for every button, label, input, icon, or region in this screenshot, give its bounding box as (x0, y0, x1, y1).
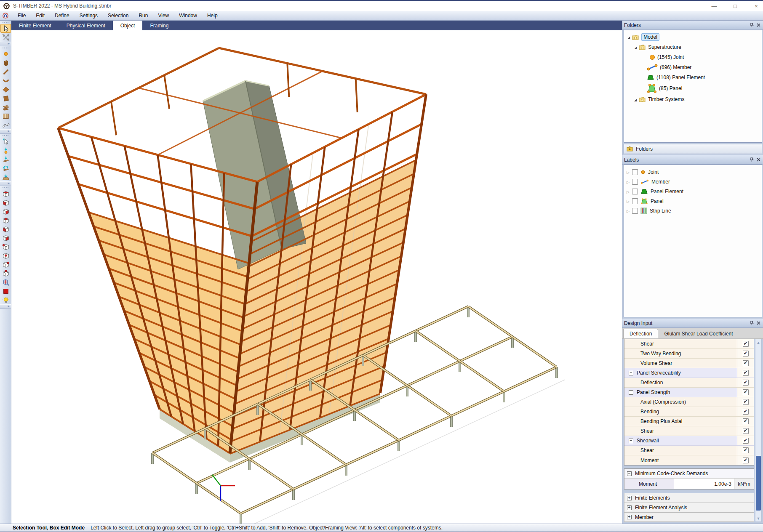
demands-group-row[interactable]: Minimum Code-Check Demands (624, 469, 754, 479)
view-cube-button-5[interactable] (0, 225, 11, 234)
menu-file[interactable]: File (13, 11, 31, 20)
select-by-joint-button[interactable] (0, 242, 11, 251)
tree-item-model[interactable]: Model (625, 32, 762, 42)
assign-panel-button[interactable] (0, 164, 11, 173)
menu-define[interactable]: Define (50, 11, 75, 20)
pin-icon[interactable] (748, 22, 755, 29)
select-tool-button[interactable] (0, 24, 11, 33)
scroll-down-icon[interactable]: ▼ (755, 515, 761, 521)
section-member[interactable]: Member (624, 512, 754, 522)
expand-toggle-icon[interactable] (627, 515, 632, 519)
design-check-row[interactable]: Volume Shear (624, 359, 754, 368)
collapse-toggle-icon[interactable] (629, 371, 633, 375)
select-by-center-button[interactable] (0, 251, 11, 260)
section-finite-element-analysis[interactable]: Finite Element Analysis (624, 503, 754, 512)
expander-icon[interactable] (627, 189, 630, 194)
expand-toggle-icon[interactable] (627, 505, 632, 510)
draw-spline-button[interactable] (0, 120, 11, 129)
expander-icon[interactable] (627, 169, 630, 175)
toolbar-overflow-chevron-icon[interactable] (0, 304, 11, 309)
draw-panel-stack-button[interactable] (0, 103, 11, 112)
draw-panel-button[interactable] (0, 94, 11, 103)
tab-finite-element[interactable]: Finite Element (11, 21, 59, 30)
tab-physical-element[interactable]: Physical Element (59, 21, 113, 30)
menu-edit[interactable]: Edit (31, 11, 50, 20)
panel-checkbox[interactable] (632, 198, 638, 204)
minimize-button[interactable]: — (710, 3, 718, 9)
menu-selection[interactable]: Selection (103, 11, 133, 20)
tree-label-member[interactable]: (696) Member (660, 64, 691, 70)
tree-label-superstructure[interactable]: Superstructure (648, 44, 681, 50)
collapse-toggle-icon[interactable] (627, 471, 632, 476)
toolbar-drag-handle[interactable] (0, 134, 11, 137)
view-cube-button-4[interactable] (0, 216, 11, 225)
scroll-up-icon[interactable]: ▲ (755, 339, 761, 346)
toolbar-drag-handle[interactable] (0, 21, 11, 24)
toolbar-drag-handle[interactable] (0, 186, 11, 189)
tab-framing[interactable]: Framing (142, 21, 176, 30)
expander-icon[interactable] (634, 44, 637, 50)
tree-label-panel[interactable]: (85) Panel (659, 85, 682, 91)
design-scrollbar[interactable]: ▲ ▼ (755, 339, 762, 522)
tree-item-joint[interactable]: (1545) Joint (625, 52, 762, 62)
view-cube-button-3[interactable] (0, 207, 11, 216)
design-check-checkbox[interactable] (743, 418, 749, 424)
tree-label-timber-systems[interactable]: Timber Systems (648, 96, 684, 102)
view-cube-button-2[interactable] (0, 198, 11, 207)
labels-item-joint[interactable]: Joint (624, 167, 762, 177)
tree-label-joint[interactable]: (1545) Joint (657, 54, 684, 60)
design-group-row[interactable]: Panel Strength (624, 388, 754, 397)
expander-icon[interactable] (627, 179, 630, 185)
view-cube-button-6[interactable] (0, 234, 11, 242)
menu-window[interactable]: Window (174, 11, 202, 20)
close-button[interactable]: × (752, 3, 760, 9)
menu-help[interactable]: Help (202, 11, 223, 20)
close-icon[interactable] (755, 22, 762, 29)
joint-checkbox[interactable] (632, 169, 638, 175)
zoom-extents-button[interactable] (0, 278, 11, 287)
labels-item-member[interactable]: Member (624, 177, 762, 186)
folders-footer-button[interactable]: Folders (624, 144, 762, 154)
tree-item-timber-systems[interactable]: Timber Systems (625, 94, 762, 104)
design-check-row[interactable]: Two Way Bending (624, 349, 754, 359)
design-group-row[interactable]: Shearwall (624, 436, 754, 446)
design-group-row[interactable]: Panel Serviceability (624, 368, 754, 378)
section-finite-elements[interactable]: Finite Elements (624, 493, 754, 503)
scroll-thumb[interactable] (756, 456, 761, 511)
tab-glulam-shear[interactable]: Glulam Shear Load Coefficient (658, 329, 739, 338)
labels-item-panel[interactable]: Panel (624, 196, 762, 206)
design-check-checkbox[interactable] (743, 447, 749, 453)
toolbar-drag-handle[interactable] (0, 46, 11, 50)
select-by-top-button[interactable] (0, 269, 11, 278)
design-check-checkbox[interactable] (743, 341, 749, 347)
labels-item-strip-line[interactable]: Strip Line (624, 206, 762, 215)
tree-item-panel-element[interactable]: (1108) Panel Element (625, 72, 762, 82)
member-checkbox[interactable] (632, 179, 638, 185)
design-check-row[interactable]: Bending Plus Axial (624, 417, 754, 426)
design-check-checkbox[interactable] (743, 409, 749, 415)
draw-wall-button[interactable] (0, 112, 11, 120)
design-check-checkbox[interactable] (743, 458, 749, 463)
design-check-checkbox[interactable] (743, 438, 749, 444)
menu-view[interactable]: View (153, 11, 174, 20)
maximize-button[interactable]: □ (731, 3, 739, 9)
view-cube-button-1[interactable] (0, 189, 11, 198)
expander-icon[interactable] (627, 34, 630, 40)
tree-item-member[interactable]: (696) Member (625, 62, 762, 72)
close-icon[interactable] (755, 320, 762, 327)
toolbar-overflow-chevron-icon[interactable] (0, 129, 11, 134)
collapse-toggle-icon[interactable] (629, 439, 633, 443)
toolbar-overflow-chevron-icon[interactable] (0, 42, 11, 46)
design-check-checkbox[interactable] (743, 399, 749, 405)
menu-run[interactable]: Run (133, 11, 153, 20)
strip-line-checkbox[interactable] (632, 208, 638, 214)
assign-member-button[interactable] (0, 155, 11, 164)
design-check-row[interactable]: Bending (624, 407, 754, 417)
design-check-checkbox[interactable] (743, 428, 749, 434)
expand-toggle-icon[interactable] (627, 496, 632, 500)
pin-icon[interactable] (748, 320, 755, 327)
render-toggle-button[interactable] (0, 295, 11, 304)
tree-item-panel[interactable]: (85) Panel (625, 82, 762, 94)
draw-joint-button[interactable] (0, 50, 11, 59)
panel-element-checkbox[interactable] (632, 189, 638, 194)
